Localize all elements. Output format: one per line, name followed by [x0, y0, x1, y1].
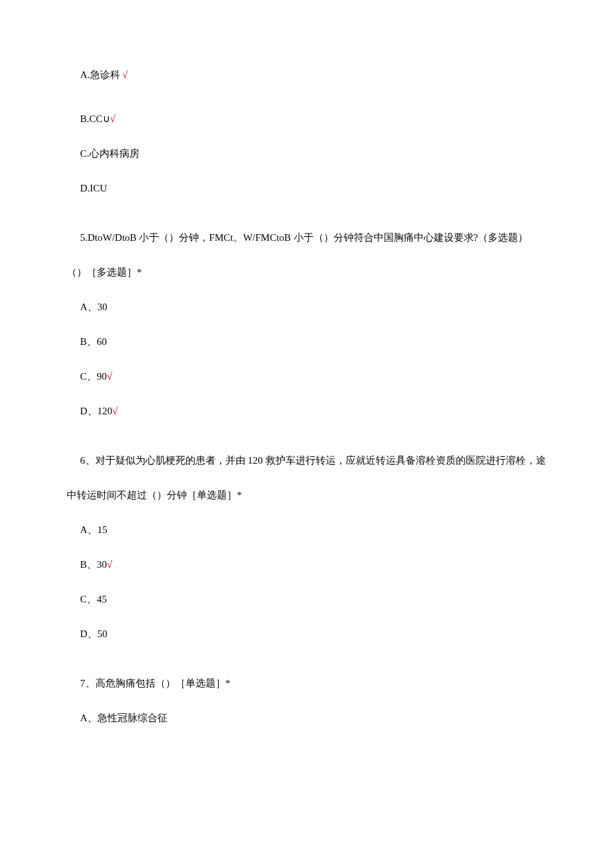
question-text-cont: 中转运时间不超过（）分钟［单选题］* [67, 490, 242, 500]
check-mark: √ [107, 559, 112, 570]
q5-option-c: C、90√ [80, 368, 547, 384]
q4-option-d: D.ICU [80, 180, 547, 196]
option-text: D.ICU [80, 183, 107, 193]
q6-option-a: A、15 [80, 522, 547, 538]
option-text: A、15 [80, 524, 107, 535]
q4-option-a: A.急诊科 √ [80, 67, 547, 83]
q6-question-cont: 中转运时间不超过（）分钟［单选题］* [67, 487, 547, 503]
option-text: B.CC∪ [80, 113, 110, 124]
question-text: 5.DtoW/DtoB 小于（）分钟，FMCt。W/FMCtoB 小于（）分钟符… [80, 232, 528, 243]
option-text: C、45 [80, 594, 107, 604]
check-mark: √ [112, 406, 117, 416]
q7-option-a: A、急性冠脉综合征 [80, 710, 547, 726]
check-mark: √ [120, 69, 128, 80]
q4-option-b: B.CC∪√ [80, 111, 547, 127]
question-text-cont: （）［多选题］* [67, 267, 142, 278]
check-mark: √ [107, 371, 112, 382]
question-text: 6、对于疑似为心肌梗死的患者，并由 120 救护车进行转运，应就近转运具备溶栓资… [80, 455, 546, 466]
option-text: C.心内科病房 [80, 148, 139, 159]
q6-question: 6、对于疑似为心肌梗死的患者，并由 120 救护车进行转运，应就近转运具备溶栓资… [80, 452, 547, 468]
q6-option-d: D、50 [80, 626, 547, 642]
q6-option-b: B、30√ [80, 556, 547, 572]
q7-question: 7、高危胸痛包括（）［单选题］* [80, 675, 547, 691]
option-text: A、急性冠脉综合征 [80, 713, 168, 723]
q5-question: 5.DtoW/DtoB 小于（）分钟，FMCt。W/FMCtoB 小于（）分钟符… [80, 230, 547, 246]
q5-option-a: A、30 [80, 299, 547, 315]
q6-option-c: C、45 [80, 591, 547, 607]
option-text: B、60 [80, 336, 107, 347]
option-text: B、30 [80, 559, 107, 570]
option-text: D、50 [80, 628, 107, 639]
q5-option-d: D、120√ [80, 403, 547, 419]
option-text: A、30 [80, 302, 107, 312]
q5-option-b: B、60 [80, 334, 547, 350]
q4-option-c: C.心内科病房 [80, 145, 547, 161]
option-text: C、90 [80, 371, 107, 382]
option-text: A.急诊科 [80, 69, 120, 80]
q5-question-cont: （）［多选题］* [67, 264, 547, 280]
check-mark: √ [110, 113, 115, 124]
option-text: D、120 [80, 406, 112, 416]
question-text: 7、高危胸痛包括（）［单选题］* [80, 678, 230, 689]
